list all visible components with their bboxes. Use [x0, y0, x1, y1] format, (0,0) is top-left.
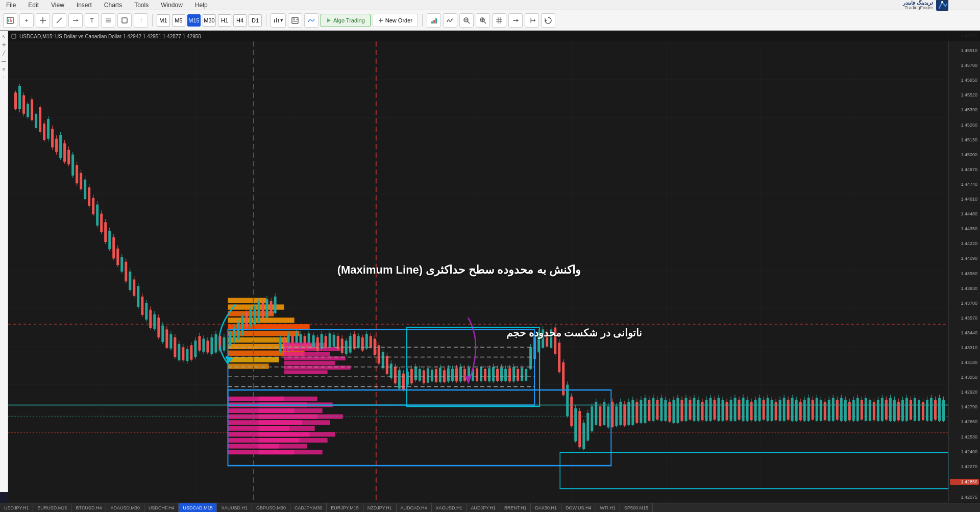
timeframe-d1[interactable]: D1 — [249, 14, 262, 27]
svg-rect-229 — [259, 438, 328, 443]
svg-rect-187 — [228, 363, 268, 369]
tab-usdcad[interactable]: USDCAD.M15 — [179, 503, 217, 513]
toolbar-crosshair[interactable] — [36, 13, 50, 28]
template-btn[interactable] — [288, 13, 302, 28]
toolbar-fib[interactable] — [101, 13, 115, 28]
svg-marker-44 — [517, 19, 519, 22]
menu-item-tools[interactable]: Tools — [132, 1, 151, 10]
account-history[interactable] — [541, 13, 555, 28]
tab-sp500[interactable]: SP500.M15 — [620, 503, 653, 513]
price-level: 1.42790 — [950, 404, 979, 409]
tab-usdchf[interactable]: USDCHF.H4 — [144, 503, 179, 513]
chart-wave[interactable] — [443, 13, 457, 28]
menu-item-charts[interactable]: Charts — [102, 1, 124, 10]
price-axis: 1.46040 1.45910 1.45780 1.45650 1.45520 … — [948, 31, 980, 502]
svg-rect-227 — [259, 426, 315, 431]
timeframe-m1[interactable]: M1 — [157, 14, 170, 27]
toolbar-line[interactable] — [52, 13, 66, 28]
menu-item-view[interactable]: View — [49, 1, 66, 10]
tab-dax30[interactable]: DAX30.H1 — [531, 503, 561, 513]
menu-item-edit[interactable]: Edit — [26, 1, 41, 10]
left-btn-line[interactable]: ╱ — [1, 50, 8, 57]
timeframe-h4[interactable]: H4 — [233, 14, 247, 27]
tab-brent[interactable]: BRENT.H1 — [500, 503, 531, 513]
svg-rect-226 — [259, 420, 330, 425]
new-order-button[interactable]: New Order — [373, 14, 418, 27]
chart-header: USDCAD,M15: US Dollar vs Canadian Dollar… — [8, 31, 980, 41]
zoom-in[interactable] — [476, 13, 490, 28]
toolbar-new-chart[interactable] — [3, 13, 17, 28]
price-level: 1.42530 — [950, 434, 979, 440]
zoom-out[interactable] — [459, 13, 474, 28]
toolbar-more[interactable]: ⋮ — [134, 13, 148, 28]
timeframe-m15[interactable]: M15 — [187, 14, 201, 27]
tab-eurusd[interactable]: EURUSD.M15 — [33, 503, 71, 513]
tab-xagusd[interactable]: XAGUSD.H1 — [432, 503, 467, 513]
toolbar-hline[interactable] — [68, 13, 83, 28]
tab-wti[interactable]: WTI.H1 — [596, 503, 621, 513]
left-btn-crosshair[interactable]: ✛ — [1, 41, 8, 48]
menu-item-file[interactable]: File — [4, 1, 18, 10]
price-level: 1.42400 — [950, 449, 979, 454]
toolbar-plus[interactable]: + — [19, 13, 34, 28]
svg-rect-252 — [284, 361, 335, 365]
timeframe-m5[interactable]: M5 — [172, 14, 185, 27]
divider-3 — [422, 14, 423, 27]
price-level: 1.44740 — [950, 182, 979, 187]
price-level: 1.45130 — [950, 137, 979, 142]
svg-rect-253 — [284, 365, 351, 370]
price-level: 1.42920 — [950, 389, 979, 395]
tab-dowus[interactable]: DOW.US.H4 — [561, 503, 596, 513]
algo-trading-button[interactable]: Algo Trading — [321, 14, 371, 27]
left-btn-fib[interactable]: ⋮ — [1, 74, 8, 81]
tab-eurjpy[interactable]: EURJPY.M15 — [327, 503, 363, 513]
price-level: 1.45780 — [950, 63, 979, 68]
svg-line-8 — [57, 18, 62, 23]
price-level: 1.44090 — [950, 256, 979, 261]
menu-item-help[interactable]: Help — [193, 1, 210, 10]
tab-btcusd[interactable]: BTCUSD.H4 — [71, 503, 106, 513]
toolbar-text[interactable]: T — [85, 13, 99, 28]
price-level: 1.44870 — [950, 167, 979, 172]
tab-cadjpy[interactable]: CADJPY.M30 — [290, 503, 327, 513]
symbol-tabs-bar: USDJPY.H1 EURUSD.M15 BTCUSD.H4 ADAUSD.M3… — [0, 503, 980, 512]
price-level: 1.43180 — [950, 360, 979, 365]
svg-rect-231 — [259, 450, 323, 454]
toolbar-shapes[interactable] — [117, 13, 132, 28]
logo-area: تریدینگ فایندر TradingFinder — [903, 0, 949, 10]
menu-item-window[interactable]: Window — [159, 1, 185, 10]
price-level: 1.45520 — [950, 92, 979, 97]
indicators-btn[interactable] — [304, 13, 318, 28]
tab-adausd[interactable]: ADAUSD.M30 — [106, 503, 144, 513]
left-btn-hline[interactable]: — — [1, 58, 8, 65]
tab-audcad[interactable]: AUDCAD.H4 — [397, 503, 432, 513]
menu-item-insert[interactable]: Insert — [75, 1, 94, 10]
left-btn-arrow[interactable]: ↖ — [1, 33, 8, 40]
price-level: 1.45910 — [950, 48, 979, 53]
depth-of-market[interactable] — [427, 13, 441, 28]
tab-xauusd[interactable]: XAUUSD.H1 — [217, 503, 252, 513]
price-level: 1.45390 — [950, 107, 979, 112]
auto-scroll[interactable] — [508, 13, 523, 28]
logo-icon — [935, 0, 949, 12]
tab-usdjpy[interactable]: USDJPY.H1 — [0, 503, 33, 513]
svg-rect-29 — [431, 21, 433, 23]
left-btn-channel[interactable]: ≡ — [1, 66, 8, 73]
tab-nzdjpy[interactable]: NZDJPY.H1 — [363, 503, 397, 513]
timeframe-h1[interactable]: H1 — [218, 14, 231, 27]
svg-rect-230 — [259, 444, 307, 449]
tab-audjpy[interactable]: AUDJPY.H1 — [467, 503, 500, 513]
timeframe-m30[interactable]: M30 — [203, 14, 216, 27]
price-level: 1.45000 — [950, 152, 979, 157]
chart-symbol: USDCAD,M15: US Dollar vs Canadian Dollar… — [19, 34, 201, 39]
price-level: 1.45650 — [950, 78, 979, 83]
chart-type-dropdown[interactable]: ▾ — [271, 13, 286, 28]
grid-btn[interactable] — [492, 13, 506, 28]
svg-rect-31 — [435, 18, 437, 23]
divider-2 — [266, 14, 266, 27]
tab-gbpusd[interactable]: GBPUSD.M30 — [252, 503, 290, 513]
left-vertical-toolbar: ↖ ✛ ╱ — ≡ ⋮ — [0, 31, 8, 492]
chart-shift[interactable] — [525, 13, 539, 28]
price-level: 1.44480 — [950, 211, 979, 216]
divider-1 — [152, 14, 153, 27]
